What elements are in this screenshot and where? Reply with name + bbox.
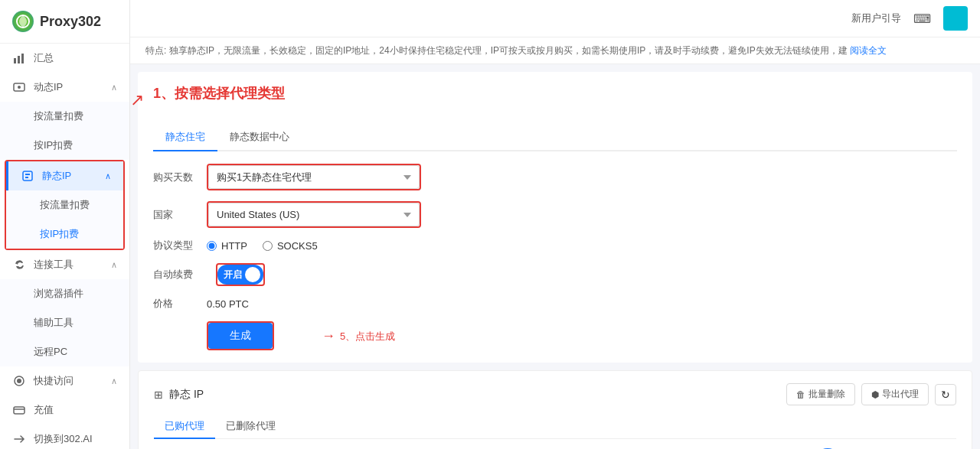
notice-text: 特点: 独享静态IP，无限流量，长效稳定，固定的IP地址，24小时保持住宅稳定代… bbox=[145, 45, 848, 56]
new-user-guide-link[interactable]: 新用户引导 bbox=[851, 11, 901, 25]
sidebar-sub-label: 辅助工具 bbox=[34, 316, 74, 330]
table-title-text: 静态 IP bbox=[169, 388, 204, 402]
switch-icon bbox=[12, 432, 26, 446]
chevron-up-icon: ∧ bbox=[105, 171, 111, 181]
arrow-step1-icon: ↗ bbox=[130, 90, 144, 110]
country-row: 国家 United States (US) United Kingdom (GB… bbox=[153, 201, 957, 228]
refresh-button[interactable]: ↻ bbox=[935, 384, 956, 405]
dynamic-ip-submenu: 按流量扣费 按IP扣费 bbox=[0, 102, 129, 160]
generate-button[interactable]: 生成 bbox=[208, 323, 273, 349]
chevron-up-icon: ∧ bbox=[111, 83, 117, 93]
connect-tools-submenu: 浏览器插件 辅助工具 远程PC bbox=[0, 279, 129, 366]
purchase-days-highlight: 购买1天静态住宅代理 购买7天静态住宅代理 购买30天静态住宅代理 bbox=[207, 164, 421, 190]
sidebar-item-remote-pc[interactable]: 远程PC bbox=[0, 337, 129, 366]
sidebar-item-switch-302ai[interactable]: 切换到302.AI bbox=[0, 425, 129, 449]
tab-static-residential[interactable]: 静态住宅 bbox=[153, 124, 217, 151]
sidebar-item-dynamic-ip[interactable]: 动态IP ∧ bbox=[0, 73, 129, 102]
static-ip-highlight-box: 静态IP ∧ 按流量扣费 按IP扣费 bbox=[5, 160, 125, 250]
sidebar-sub-label: 按IP扣费 bbox=[40, 227, 79, 241]
purchase-days-select[interactable]: 购买1天静态住宅代理 购买7天静态住宅代理 购买30天静态住宅代理 bbox=[208, 165, 420, 189]
form-panel: ↗ 1、按需选择代理类型 静态住宅 静态数据中心 购买天数 bbox=[138, 72, 972, 363]
chevron-icon: ∧ bbox=[111, 376, 117, 386]
tab-bar: 静态住宅 静态数据中心 bbox=[153, 124, 957, 151]
toggle-knob bbox=[245, 267, 260, 282]
sidebar-item-label: 汇总 bbox=[34, 51, 54, 65]
sidebar-item-traffic-billing[interactable]: 按流量扣费 bbox=[0, 102, 129, 131]
lang-icon[interactable]: ⌨ bbox=[913, 11, 931, 26]
export-icon: ⬢ bbox=[871, 389, 879, 400]
svg-rect-1 bbox=[14, 58, 16, 63]
money-icon bbox=[12, 403, 26, 417]
country-highlight: United States (US) United Kingdom (GB) J… bbox=[207, 201, 421, 228]
auto-renew-highlight: 开启 bbox=[216, 263, 265, 286]
main-area: 新用户引导 ⌨ 特点: 独享静态IP，无限流量，长效稳定，固定的IP地址，24小… bbox=[130, 0, 980, 449]
table-grid-icon: ⊞ bbox=[154, 389, 163, 401]
sidebar-item-ip-billing[interactable]: 按IP扣费 bbox=[0, 131, 129, 160]
export-proxy-button[interactable]: ⬢ 导出代理 bbox=[861, 383, 929, 405]
sidebar-item-recharge[interactable]: 充值 bbox=[0, 395, 129, 425]
sidebar-item-quick-access[interactable]: 快捷访问 ∧ bbox=[0, 366, 129, 395]
batch-delete-button[interactable]: 🗑 批量删除 bbox=[786, 383, 855, 405]
svg-rect-2 bbox=[18, 56, 20, 63]
country-select[interactable]: United States (US) United Kingdom (GB) J… bbox=[208, 203, 420, 226]
trash-icon: 🗑 bbox=[796, 389, 805, 400]
tab-static-datacenter[interactable]: 静态数据中心 bbox=[217, 124, 302, 151]
step5-annotation: → 5、点击生成 bbox=[322, 328, 395, 344]
logo: Proxy302 bbox=[0, 0, 129, 44]
purchase-days-row: 购买天数 购买1天静态住宅代理 购买7天静态住宅代理 购买30天静态住宅代理 bbox=[153, 164, 957, 190]
notice-link[interactable]: 阅读全文 bbox=[850, 45, 887, 56]
sidebar-sub-label: 按流量扣费 bbox=[34, 109, 83, 123]
sidebar-item-label: 连接工具 bbox=[34, 258, 74, 272]
svg-rect-6 bbox=[23, 171, 32, 181]
sidebar: Proxy302 汇总 动态IP ∧ 按流量扣费 按IP扣费 静态IP ∧ bbox=[0, 0, 130, 449]
step1-label: 1、按需选择代理类型 bbox=[153, 84, 285, 102]
logo-text: Proxy302 bbox=[40, 14, 101, 30]
sidebar-sub-label: 按流量扣费 bbox=[40, 198, 90, 212]
sidebar-item-label: 切换到302.AI bbox=[34, 432, 93, 446]
sub-tab-deleted[interactable]: 已删除代理 bbox=[215, 415, 286, 439]
auto-renew-toggle[interactable]: 开启 bbox=[217, 265, 263, 285]
sidebar-sub-label: 远程PC bbox=[34, 345, 67, 359]
sidebar-sub-label: 浏览器插件 bbox=[34, 287, 83, 301]
sidebar-item-helper-tools[interactable]: 辅助工具 bbox=[0, 308, 129, 337]
sidebar-item-label: 快捷访问 bbox=[34, 374, 74, 388]
sidebar-sub-label: 按IP扣费 bbox=[34, 138, 73, 152]
protocol-row: 协议类型 HTTP SOCKS5 bbox=[153, 239, 957, 252]
country-label: 国家 bbox=[153, 208, 207, 222]
static-ip-icon bbox=[21, 169, 34, 183]
chart-icon bbox=[12, 51, 26, 65]
table-actions: 🗑 批量删除 ⬢ 导出代理 ↻ bbox=[786, 383, 956, 405]
sidebar-item-static-traffic[interactable]: 按流量扣费 bbox=[6, 190, 123, 220]
sidebar-item-label: 静态IP bbox=[42, 169, 71, 183]
sidebar-item-label: 动态IP bbox=[34, 80, 63, 94]
sidebar-item-browser-plugin[interactable]: 浏览器插件 bbox=[0, 279, 129, 308]
radio-http[interactable]: HTTP bbox=[207, 240, 247, 252]
price-row: 价格 0.50 PTC bbox=[153, 297, 957, 311]
svg-point-5 bbox=[18, 86, 21, 89]
topbar: 新用户引导 ⌨ bbox=[130, 0, 980, 37]
static-ip-submenu: 按流量扣费 按IP扣费 bbox=[6, 190, 123, 249]
refresh-icon: ↻ bbox=[941, 389, 950, 401]
sidebar-item-dashboard[interactable]: 汇总 bbox=[0, 44, 129, 73]
static-ip-section: ⊞ 静态 IP 🗑 批量删除 ⬢ 导出代理 ↻ bbox=[138, 370, 972, 449]
sidebar-item-label: 充值 bbox=[34, 403, 54, 417]
avatar[interactable] bbox=[943, 6, 968, 31]
price-label: 价格 bbox=[153, 297, 207, 311]
generate-btn-highlight: 生成 bbox=[207, 321, 274, 350]
sub-tab-purchased[interactable]: 已购代理 bbox=[154, 415, 215, 439]
svg-rect-7 bbox=[25, 174, 30, 175]
toggle-on-text: 开启 bbox=[224, 268, 242, 281]
sidebar-item-static-ip[interactable]: 静态IP ∧ bbox=[6, 161, 123, 190]
purchase-days-label: 购买天数 bbox=[153, 171, 207, 184]
table-title: ⊞ 静态 IP bbox=[154, 388, 204, 402]
sidebar-item-static-ip-billing[interactable]: 按IP扣费 bbox=[6, 220, 123, 249]
lightning-icon bbox=[12, 374, 26, 388]
generate-btn-row: 生成 bbox=[153, 321, 957, 350]
radio-http-label: HTTP bbox=[221, 240, 247, 252]
radio-socks5[interactable]: SOCKS5 bbox=[263, 240, 318, 252]
protocol-radio-group: HTTP SOCKS5 bbox=[207, 240, 318, 252]
notice-bar: 特点: 独享静态IP，无限流量，长效稳定，固定的IP地址，24小时保持住宅稳定代… bbox=[130, 37, 980, 64]
link-icon bbox=[12, 258, 26, 272]
sidebar-item-connect-tools[interactable]: 连接工具 ∧ bbox=[0, 250, 129, 279]
logo-icon bbox=[12, 11, 34, 32]
